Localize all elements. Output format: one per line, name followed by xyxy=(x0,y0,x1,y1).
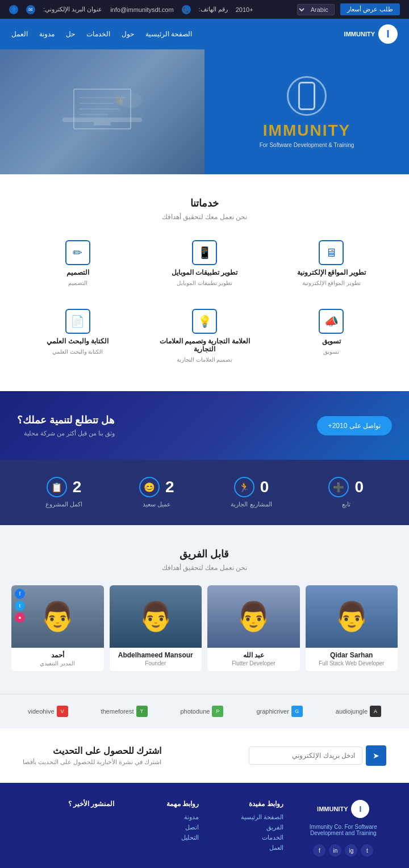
nav-link-solutions[interactable]: حل xyxy=(66,30,75,38)
language-select[interactable]: Arabic xyxy=(297,4,335,15)
partner-graphicriver[interactable]: G graphicriver xyxy=(256,706,302,717)
service-name-5: الكتابة والبحث العلمي xyxy=(47,337,108,345)
price-request-button[interactable]: طلب عرض أسعار xyxy=(340,3,400,15)
instagram-icon[interactable]: ● xyxy=(15,613,25,623)
services-title: خدماتنا xyxy=(17,197,392,209)
themeforest-icon: T xyxy=(136,706,148,717)
logo-name: IMMUNITY xyxy=(344,31,375,37)
twitter-icon[interactable]: t xyxy=(15,601,25,611)
footer-linkedin-icon[interactable]: in xyxy=(329,844,341,857)
footer-instagram-icon[interactable]: ig xyxy=(345,844,357,857)
user-icon: 👤 xyxy=(9,5,18,14)
email-address: info@immunitysdt.com xyxy=(110,6,173,13)
stat-number-1: 2 xyxy=(165,478,174,496)
footer: I IMMUNITY Immunity Co. For Software Dev… xyxy=(0,783,409,868)
facebook-icon[interactable]: f xyxy=(15,589,25,599)
partner-themeforest[interactable]: T themeforest xyxy=(101,706,147,717)
footer-logo-name: IMMUNITY xyxy=(317,806,348,812)
navbar-logo: I IMMUNITY xyxy=(344,24,398,44)
footer-useful-link-3[interactable]: العمل xyxy=(210,844,283,852)
stat-row-2: 0 🏃 xyxy=(234,477,269,497)
stat-icon-1: 😊 xyxy=(139,477,160,497)
team-role-0: Full Stack Web Developer xyxy=(306,660,398,671)
partner-name-0: audiojungle xyxy=(336,708,368,715)
footer-important-links-col: روابط مهمة مدونة اتصل التحليل xyxy=(126,800,199,857)
logo-letter: I xyxy=(387,28,390,40)
footer-description: Immunity Co. For Software Development an… xyxy=(295,824,392,836)
stat-row-3: 0 ➕ xyxy=(328,477,364,497)
stat-item-1: 2 😊 عميل سعيد xyxy=(139,477,174,508)
footer-useful-link-1[interactable]: الفريق xyxy=(210,824,283,831)
footer-important-link-2[interactable]: التحليل xyxy=(126,834,199,841)
team-role-3: المدير التنفيذي xyxy=(11,660,104,671)
footer-logo-circle: I xyxy=(351,800,369,818)
service-desc-0: تطوير المواقع الإلكترونية xyxy=(302,280,361,286)
email-label: عنوان البريد الإلكتروني: xyxy=(43,6,102,13)
footer-important-link-1[interactable]: اتصل xyxy=(126,824,199,831)
service-icon-3: 📣 xyxy=(319,309,344,334)
services-subtitle: نحن نعمل معك لتحقيق أهدافك xyxy=(17,213,392,221)
service-icon-0: 🖥 xyxy=(319,240,344,265)
services-section: خدماتنا نحن نعمل معك لتحقيق أهدافك 🖥 تطو… xyxy=(0,174,409,391)
stat-item-0: 2 📋 اكمل المشروع xyxy=(45,477,82,508)
team-grid: 👨 Qidar Sarhan Full Stack Web Developer … xyxy=(11,585,398,671)
newsletter-submit-button[interactable]: ➤ xyxy=(366,745,386,766)
stat-label-1: عميل سعيد xyxy=(143,501,171,508)
team-name-0: Qidar Sarhan xyxy=(306,648,398,660)
partner-videohive[interactable]: V videohive xyxy=(28,706,68,717)
nav-link-home[interactable]: الصفحة الرئيسية xyxy=(145,30,192,38)
team-photo-0: 👨 xyxy=(306,585,398,648)
hero-brand: IMMUNITY xyxy=(263,121,350,140)
service-name-0: تطوير المواقع الإلكترونية xyxy=(297,269,366,276)
team-card-2: 👨 Abdelhameed Mansour Founder xyxy=(110,585,202,671)
team-role-2: Founder xyxy=(110,660,202,671)
stat-row-0: 2 📋 xyxy=(47,477,82,497)
team-social-icons: f t ● xyxy=(15,589,25,623)
stat-number-2: 0 xyxy=(260,478,269,496)
footer-twitter-icon[interactable]: t xyxy=(361,844,373,857)
footer-important-links-title: روابط مهمة xyxy=(126,800,199,808)
newsletter-text: اشترك للحصول على التحديث اشترك في نشرة ا… xyxy=(23,745,161,766)
nav-link-blog[interactable]: مدونة xyxy=(39,30,55,38)
partner-audiojungle[interactable]: A audiojungle xyxy=(336,706,381,717)
stat-number-3: 0 xyxy=(354,478,364,496)
service-item-3: 📣 تسويق تسويق xyxy=(271,303,392,368)
service-item-5: 📄 الكتابة والبحث العلمي الكتابة والبحث ا… xyxy=(17,303,138,368)
partner-photodune[interactable]: P photodune xyxy=(180,706,223,717)
stat-label-0: اكمل المشروع xyxy=(45,501,82,508)
footer-facebook-icon[interactable]: f xyxy=(313,844,325,857)
service-name-1: تطوير تطبيقات الموبايل xyxy=(172,269,238,276)
team-name-1: عبد الله xyxy=(207,648,300,660)
footer-latest-col: المنشور الأخير ؟ xyxy=(17,800,114,857)
footer-useful-links-title: روابط مفيدة xyxy=(210,800,283,808)
partner-name-2: photodune xyxy=(180,708,210,715)
footer-useful-link-0[interactable]: الصفحة الرئيسية xyxy=(210,814,283,821)
stat-number-0: 2 xyxy=(73,478,82,496)
person-silhouette-1: 👨 xyxy=(236,602,271,631)
phone-label: رقم الهاتف: xyxy=(199,6,228,13)
audiojungle-icon: A xyxy=(370,706,381,717)
nav-link-work[interactable]: العمل xyxy=(11,30,28,38)
service-item-2: ✏ التصميم التصميم xyxy=(17,234,138,292)
hero-section: IMMUNITY For Software Development & Trai… xyxy=(0,49,409,174)
footer-logo-letter: I xyxy=(360,804,362,814)
person-silhouette-2: 👨 xyxy=(138,602,173,631)
service-desc-2: التصميم xyxy=(68,280,87,286)
top-bar-left: طلب عرض أسعار Arabic xyxy=(297,3,400,15)
hero-right: 👋 xyxy=(0,49,204,174)
nav-link-about[interactable]: حول xyxy=(122,30,134,38)
service-icon-1: 📱 xyxy=(192,240,217,265)
nav-link-services[interactable]: الخدمات xyxy=(86,30,110,38)
team-card-0: 👨 Qidar Sarhan Full Stack Web Developer xyxy=(306,585,398,671)
team-title: قابل الفريق xyxy=(11,548,398,560)
stat-label-3: تابع xyxy=(342,501,350,508)
stats-section: 0 ➕ تابع 0 🏃 المشاريع الجارية 2 😊 عميل س… xyxy=(0,460,409,525)
footer-important-link-0[interactable]: مدونة xyxy=(126,814,199,821)
service-item-1: 📱 تطوير تطبيقات الموبايل تطوير تطبيقات ا… xyxy=(144,234,265,292)
newsletter-email-input[interactable] xyxy=(249,747,362,765)
team-card-3: 👨 f t ● أحمد المدير التنفيذي xyxy=(11,585,104,671)
footer-useful-link-2[interactable]: الخدمات xyxy=(210,834,283,841)
team-subtitle: نحن نعمل معك لتحقيق أهدافك xyxy=(11,564,398,572)
cta-button[interactable]: تواصل على 2010+ xyxy=(317,416,392,435)
navbar: I IMMUNITY الصفحة الرئيسية حول الخدمات ح… xyxy=(0,19,409,49)
